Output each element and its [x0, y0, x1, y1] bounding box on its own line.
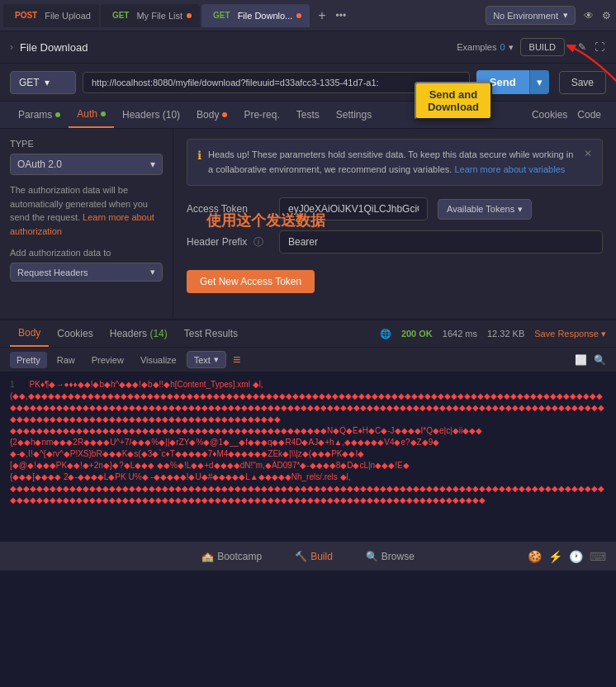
settings-label: Settings: [336, 109, 372, 121]
save-response-button[interactable]: Save Response ▾: [534, 329, 606, 339]
tab-get-file-download[interactable]: GET File Downlo...: [201, 4, 310, 27]
content-format-select[interactable]: Text ▾: [187, 351, 226, 368]
raw-tab[interactable]: Raw: [50, 352, 82, 368]
method-badge-get-active: GET: [210, 10, 234, 21]
cookies-tab[interactable]: Cookies: [527, 102, 572, 127]
env-label: No Environment: [493, 11, 558, 21]
search-icon[interactable]: 🔍: [594, 354, 606, 366]
env-icons: 👁 ⚙: [582, 8, 613, 23]
tab-bar: POST File Upload GET My File List GET Fi…: [0, 0, 616, 31]
available-tokens-button[interactable]: Available Tokens ▾: [438, 199, 532, 220]
body-dot: [222, 112, 227, 117]
code-tab[interactable]: Code: [572, 102, 606, 127]
env-selector: No Environment ▾ 👁 ⚙: [486, 6, 613, 25]
chevron-down-icon: ▾: [518, 204, 523, 215]
tab-get-my-file-list[interactable]: GET My File List: [101, 4, 200, 27]
bottom-icons: 🍪 ⚡ 🕐 ⌨: [528, 550, 606, 563]
body-tab[interactable]: Body: [188, 102, 235, 127]
response-cookies-tab[interactable]: Cookies: [49, 321, 101, 346]
auth-dot: [101, 111, 106, 116]
tests-label: Tests: [296, 109, 320, 121]
pre-req-tab[interactable]: Pre-req.: [235, 102, 287, 127]
tab-post-file-upload[interactable]: POST File Upload: [3, 4, 99, 27]
get-new-access-token-button[interactable]: Get New Access Token: [187, 270, 315, 293]
response-time: 1642 ms: [443, 329, 477, 339]
page-title: File Download: [20, 41, 450, 54]
tab-label: My File List: [136, 11, 182, 21]
browse-icon: 🔍: [366, 551, 378, 562]
tab-label: File Upload: [45, 11, 91, 21]
type-label: TYPE: [10, 139, 163, 149]
more-tabs-button[interactable]: •••: [333, 10, 350, 21]
pretty-tab[interactable]: Pretty: [10, 352, 47, 368]
build-icon: 🔨: [295, 551, 307, 562]
info-icon: ⓘ: [254, 236, 263, 248]
tab-label-active: File Downlo...: [238, 11, 293, 21]
request-headers-select[interactable]: Request Headers ▾: [10, 263, 163, 282]
headers-label: Headers (10): [122, 109, 180, 121]
notice-text: Heads up! These parameters hold sensitiv…: [208, 148, 577, 177]
chevron-down-icon: ▾: [601, 329, 606, 339]
bootcamp-icon: 🏫: [201, 551, 214, 562]
environment-dropdown[interactable]: No Environment ▾: [486, 6, 576, 25]
eye-icon[interactable]: 👁: [582, 8, 595, 23]
cookie-icon[interactable]: 🍪: [528, 550, 542, 563]
auth-label: Auth: [77, 108, 97, 120]
examples-button[interactable]: Examples 0 ▾: [457, 42, 513, 53]
preview-tab[interactable]: Preview: [85, 352, 130, 368]
send-and-download-button[interactable]: Send and Download: [415, 82, 492, 120]
bootcamp-button[interactable]: 🏫 Bootcamp: [201, 551, 262, 562]
chevron-down-icon: ▾: [150, 267, 155, 277]
pre-req-label: Pre-req.: [244, 109, 279, 121]
type-select[interactable]: OAuth 2.0 ▾: [10, 154, 163, 175]
sub-tabs: Params Auth Headers (10) Body Pre-req. T…: [0, 102, 616, 129]
capture-icon[interactable]: ⚡: [548, 550, 562, 563]
body-label: Body: [197, 109, 219, 121]
params-tab[interactable]: Params: [10, 102, 69, 127]
line-number: 1: [10, 380, 15, 389]
notice-box: ℹ Heads up! These parameters hold sensit…: [187, 139, 603, 186]
response-status: 🌐 200 OK 1642 ms 12.32 KB Save Response …: [380, 329, 606, 339]
globe-icon: 🌐: [380, 329, 391, 339]
browse-button[interactable]: 🔍 Browse: [366, 551, 415, 562]
chevron-down-icon: ▾: [45, 77, 50, 88]
header-prefix-input[interactable]: [279, 230, 603, 253]
history-icon[interactable]: 🕐: [569, 550, 583, 563]
response-content: PK♦¶◆→●♦♦◆◆!◆b◆h^◆◆◆!◆b◆!!◆h[Content_Typ…: [10, 380, 604, 505]
settings-icon[interactable]: ⚙: [600, 8, 613, 23]
content-tabs: Pretty Raw Preview Visualize Text ▾ ≡ ⬜ …: [0, 348, 616, 372]
tests-tab[interactable]: Tests: [288, 102, 328, 127]
content-icons: ⬜ 🔍: [575, 354, 606, 366]
params-label: Params: [18, 109, 52, 121]
copy-icon[interactable]: ⬜: [575, 354, 587, 366]
examples-count: 0: [500, 42, 505, 52]
status-badge: 200 OK: [401, 329, 433, 339]
console-icon[interactable]: ⌨: [590, 550, 606, 563]
response-test-results-tab[interactable]: Test Results: [176, 321, 246, 346]
send-dropdown-button[interactable]: ▾: [529, 70, 549, 94]
chevron-down-icon: ▾: [509, 42, 514, 53]
close-icon[interactable]: ✕: [584, 148, 592, 159]
method-badge-get: GET: [109, 10, 133, 21]
learn-more-variables-link[interactable]: Learn more about variables: [454, 164, 565, 174]
chevron-down-icon: ▾: [214, 354, 219, 365]
settings-tab[interactable]: Settings: [328, 102, 380, 127]
add-tab-button[interactable]: +: [311, 8, 332, 23]
response-body-tab[interactable]: Body: [10, 320, 49, 347]
header-prefix-row: Header Prefix ⓘ: [187, 230, 603, 253]
auth-tab[interactable]: Auth: [69, 102, 114, 128]
url-bar: GET ▾ Send ▾ Save: [0, 64, 616, 102]
visualize-tab[interactable]: Visualize: [134, 352, 183, 368]
headers-tab[interactable]: Headers (10): [114, 102, 188, 127]
method-select[interactable]: GET ▾: [10, 71, 76, 94]
params-dot: [55, 112, 60, 117]
chinese-annotation: 使用这个发送数据: [206, 211, 325, 230]
chevron-down-icon: ▾: [563, 10, 568, 21]
add-auth-label: Add authorization data to: [10, 248, 163, 258]
response-size: 12.32 KB: [487, 329, 524, 339]
wrap-lines-icon[interactable]: ≡: [233, 353, 240, 367]
response-headers-tab[interactable]: Headers (14): [102, 321, 176, 346]
url-input[interactable]: [83, 72, 470, 93]
build-button-bottom[interactable]: 🔨 Build: [295, 551, 333, 562]
build-button[interactable]: BUILD: [520, 38, 565, 56]
